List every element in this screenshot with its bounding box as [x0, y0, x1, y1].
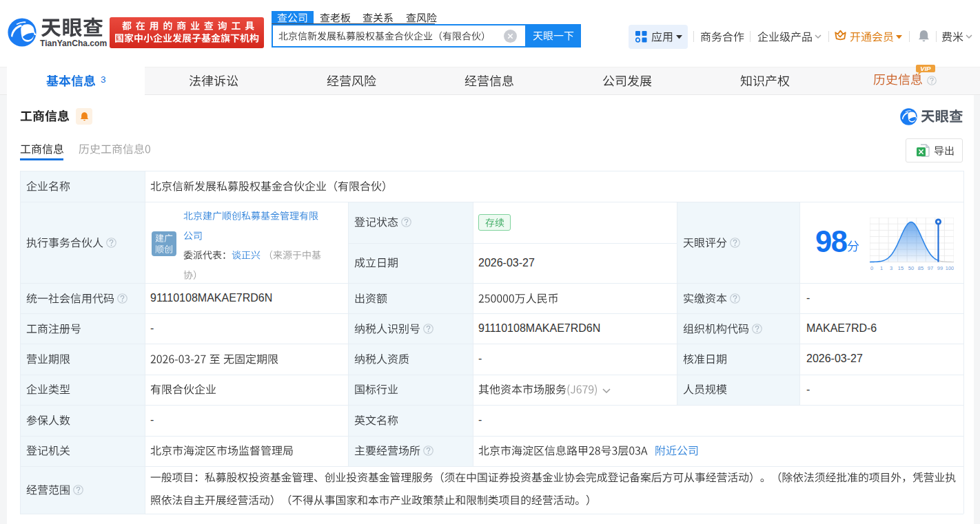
svg-text:97: 97 [928, 265, 933, 271]
svg-text:VIP: VIP [920, 65, 931, 72]
svg-text:15: 15 [898, 265, 904, 271]
svg-text:100: 100 [946, 265, 954, 271]
svg-text:3: 3 [890, 265, 892, 271]
svg-text:99: 99 [937, 265, 943, 271]
svg-text:50: 50 [908, 265, 914, 271]
svg-text:85: 85 [918, 265, 923, 271]
svg-text:0: 0 [870, 265, 873, 271]
svg-text:1: 1 [880, 265, 883, 271]
